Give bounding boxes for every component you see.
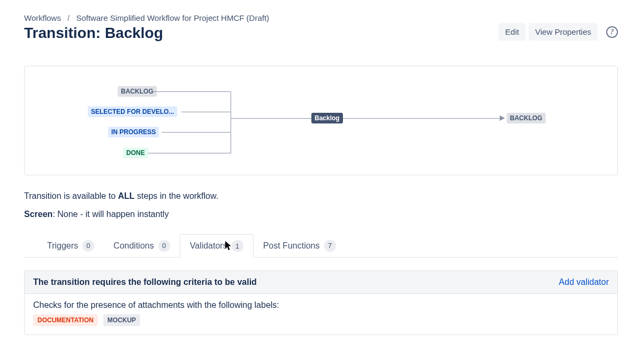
status-source-backlog: BACKLOG: [118, 86, 157, 97]
tab-validators[interactable]: Validators 1: [180, 234, 254, 258]
transition-diagram: BACKLOG SELECTED FOR DEVELO... IN PROGRE…: [24, 66, 618, 175]
status-source-inprogress: IN PROGRESS: [108, 127, 159, 137]
tab-label: Conditions: [113, 241, 154, 251]
status-source-done: DONE: [123, 148, 148, 158]
tab-triggers[interactable]: Triggers 0: [37, 234, 104, 257]
tab-count: 0: [82, 240, 94, 252]
add-validator-link[interactable]: Add validator: [559, 277, 609, 287]
attachment-label-mockup: MOCKUP: [103, 314, 140, 326]
panel-body: Checks for the presence of attachments w…: [25, 294, 617, 335]
breadcrumb: Workflows / Software Simplified Workflow…: [24, 13, 269, 22]
tab-count: 1: [232, 240, 243, 252]
arrow-head-icon: [500, 115, 505, 121]
tab-label: Post Functions: [263, 241, 320, 251]
screen-text: Screen: None - it will happen instantly: [24, 210, 618, 219]
help-icon[interactable]: ?: [606, 26, 618, 38]
tab-label: Triggers: [47, 241, 78, 251]
tab-conditions[interactable]: Conditions 0: [104, 234, 180, 257]
breadcrumb-current[interactable]: Software Simplified Workflow for Project…: [76, 13, 269, 22]
tab-post-functions[interactable]: Post Functions 7: [254, 234, 346, 257]
edit-button[interactable]: Edit: [499, 23, 525, 41]
transition-label: Backlog: [311, 113, 343, 123]
availability-text: Transition is available to ALL steps in …: [24, 191, 618, 201]
tab-count: 7: [324, 240, 336, 252]
header-actions: Edit View Properties ?: [499, 23, 618, 41]
status-source-selected: SELECTED FOR DEVELO...: [88, 106, 177, 117]
validator-description: Checks for the presence of attachments w…: [33, 300, 609, 310]
tab-count: 0: [158, 240, 170, 252]
breadcrumb-root[interactable]: Workflows: [24, 13, 61, 22]
tabs: Triggers 0 Conditions 0 Validators 1 Pos…: [24, 234, 618, 258]
page-title: Transition: Backlog: [24, 25, 269, 42]
panel-title: The transition requires the following cr…: [33, 277, 257, 287]
validators-panel: The transition requires the following cr…: [24, 270, 618, 335]
status-target-backlog: BACKLOG: [507, 113, 546, 123]
attachment-label-documentation: DOCUMENTATION: [33, 314, 98, 326]
breadcrumb-separator: /: [67, 13, 70, 22]
tab-label: Validators: [190, 241, 227, 251]
panel-header: The transition requires the following cr…: [25, 271, 617, 294]
view-properties-button[interactable]: View Properties: [529, 23, 598, 41]
